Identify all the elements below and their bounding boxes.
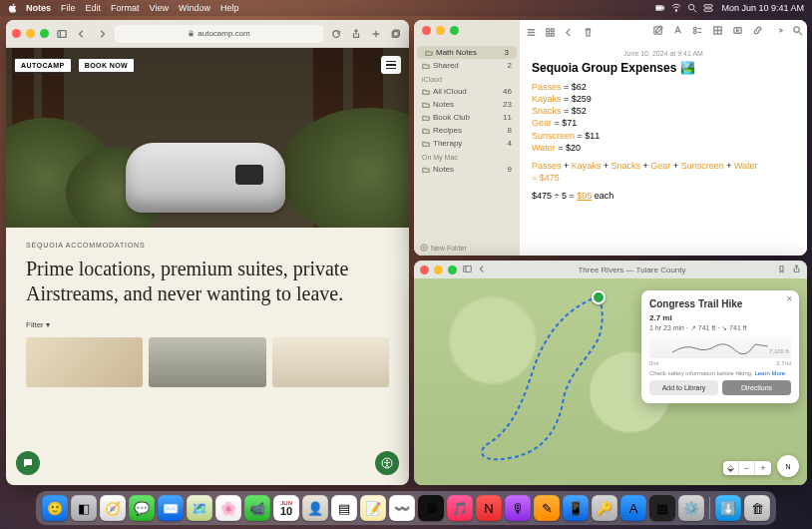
dock-calculator[interactable]: ▦ (649, 495, 675, 521)
menubar-view[interactable]: View (150, 3, 169, 13)
dock-appstore[interactable]: A (620, 495, 646, 521)
dock-finder[interactable]: 🙂 (42, 495, 68, 521)
compose-icon[interactable] (651, 24, 663, 36)
dock-mail[interactable]: ✉️ (158, 495, 184, 521)
dock-settings[interactable]: ⚙️ (678, 495, 704, 521)
fullscreen-button[interactable] (40, 29, 49, 38)
link-icon[interactable] (751, 24, 763, 36)
menubar-edit[interactable]: Edit (86, 3, 102, 13)
thumbnail[interactable] (149, 337, 265, 387)
control-center-icon[interactable] (703, 3, 713, 13)
map-canvas[interactable]: ✕ Congress Trail Hike 2.7 mi 1 hr 23 min… (414, 278, 807, 485)
dock-contacts[interactable]: 👤 (302, 495, 328, 521)
note-editor[interactable]: June 10, 2024 at 9:41 AM Sequoia Group E… (520, 20, 807, 256)
dock-downloads[interactable]: ⬇️ (715, 495, 741, 521)
thumbnail[interactable] (26, 337, 143, 387)
table-icon[interactable] (711, 24, 723, 36)
sidebar-toggle-icon[interactable] (55, 27, 69, 41)
dock-notes[interactable]: 📝 (360, 495, 386, 521)
zoom-out[interactable]: − (739, 461, 755, 475)
more-icon[interactable] (771, 24, 783, 36)
back-button[interactable] (75, 27, 89, 41)
dock-iphone-mirroring[interactable]: 📱 (563, 495, 589, 521)
close-button[interactable] (420, 265, 429, 274)
book-now-button[interactable]: BOOK NOW (78, 58, 135, 73)
dock-maps[interactable]: 🗺️ (187, 495, 212, 521)
sidebar-folder[interactable]: Book Club11 (414, 111, 520, 124)
thumbnail[interactable] (272, 337, 389, 387)
dock-reminders[interactable]: ▤ (331, 495, 357, 521)
dock-photos[interactable]: 🌸 (215, 495, 241, 521)
share-icon[interactable] (792, 264, 801, 275)
menubar-app[interactable]: Notes (26, 3, 51, 13)
sidebar-icon[interactable] (463, 264, 472, 275)
grid-view-icon[interactable] (545, 24, 556, 42)
sidebar-folder[interactable]: Notes23 (414, 98, 520, 111)
accessibility-fab[interactable] (375, 451, 399, 475)
close-button[interactable] (12, 29, 21, 38)
reload-icon[interactable] (329, 27, 343, 41)
sidebar-folder[interactable]: All iCloud46 (414, 85, 520, 98)
bookmark-icon[interactable] (777, 264, 786, 275)
new-tab-icon[interactable] (369, 27, 383, 41)
fullscreen-button[interactable] (448, 265, 457, 274)
list-view-icon[interactable] (526, 24, 537, 42)
dock-pages[interactable]: ✎ (534, 495, 560, 521)
search-icon[interactable] (791, 24, 803, 36)
menubar-format[interactable]: Format (111, 3, 140, 13)
wifi-icon[interactable] (671, 3, 681, 13)
search-icon[interactable] (687, 3, 697, 13)
site-logo[interactable]: AUTOCAMP (14, 58, 72, 73)
sidebar-folder[interactable]: Therapy4 (414, 137, 520, 150)
dock-messages[interactable]: 💬 (129, 495, 155, 521)
dock-calendar[interactable]: JUN10 (273, 495, 299, 521)
dock-freeform[interactable]: 〰️ (389, 495, 415, 521)
format-icon[interactable] (671, 24, 683, 36)
tabs-icon[interactable] (389, 27, 403, 41)
menubar-help[interactable]: Help (220, 3, 239, 13)
close-button[interactable] (422, 26, 431, 35)
hamburger-menu[interactable] (381, 56, 401, 74)
map-3d-toggle[interactable]: ⬙ (723, 461, 739, 475)
dock-podcasts[interactable]: 🎙 (505, 495, 531, 521)
apple-logo-icon[interactable] (8, 3, 18, 13)
dock-trash[interactable]: 🗑 (744, 495, 770, 521)
compass-icon[interactable]: N (777, 455, 799, 477)
dock-launchpad[interactable]: ◧ (71, 495, 97, 521)
dock-facetime[interactable]: 📹 (244, 495, 270, 521)
sidebar-folder[interactable]: Shared2 (414, 59, 520, 72)
trash-icon[interactable] (583, 24, 594, 42)
chat-fab[interactable] (16, 451, 40, 475)
directions-button[interactable]: Directions (722, 380, 791, 395)
new-folder-button[interactable]: New Folder (420, 244, 467, 252)
menubar-clock[interactable]: Mon Jun 10 9:41 AM (721, 3, 804, 13)
dock-tv[interactable]: 🖥 (418, 495, 444, 521)
sidebar-folder[interactable]: Math Notes3 (417, 46, 517, 59)
media-icon[interactable] (731, 24, 743, 36)
back-icon[interactable] (564, 24, 575, 42)
address-bar[interactable]: autocamp.com (115, 25, 323, 43)
battery-icon[interactable] (655, 3, 665, 13)
forward-button[interactable] (95, 27, 109, 41)
filter-link[interactable]: Filter ▾ (26, 320, 389, 329)
minimize-button[interactable] (26, 29, 35, 38)
add-to-library-button[interactable]: Add to Library (649, 380, 718, 395)
dock-safari[interactable]: 🧭 (100, 495, 126, 521)
sidebar-folder[interactable]: Notes9 (414, 163, 520, 176)
menubar-file[interactable]: File (61, 3, 76, 13)
minimize-button[interactable] (436, 26, 445, 35)
dock-news[interactable]: N (476, 495, 502, 521)
checklist-icon[interactable] (691, 24, 703, 36)
trail-start-pin[interactable] (592, 290, 606, 304)
learn-more-link[interactable]: Learn More (754, 370, 785, 376)
share-icon[interactable] (349, 27, 363, 41)
fullscreen-button[interactable] (450, 26, 459, 35)
back-icon[interactable] (478, 264, 487, 275)
sidebar-folder[interactable]: Recipes8 (414, 124, 520, 137)
dock-music[interactable]: 🎵 (447, 495, 473, 521)
close-card-icon[interactable]: ✕ (786, 294, 793, 303)
dock-passwords[interactable]: 🔑 (592, 495, 617, 521)
menubar-window[interactable]: Window (179, 3, 210, 13)
zoom-in[interactable]: + (755, 461, 771, 475)
minimize-button[interactable] (434, 265, 443, 274)
